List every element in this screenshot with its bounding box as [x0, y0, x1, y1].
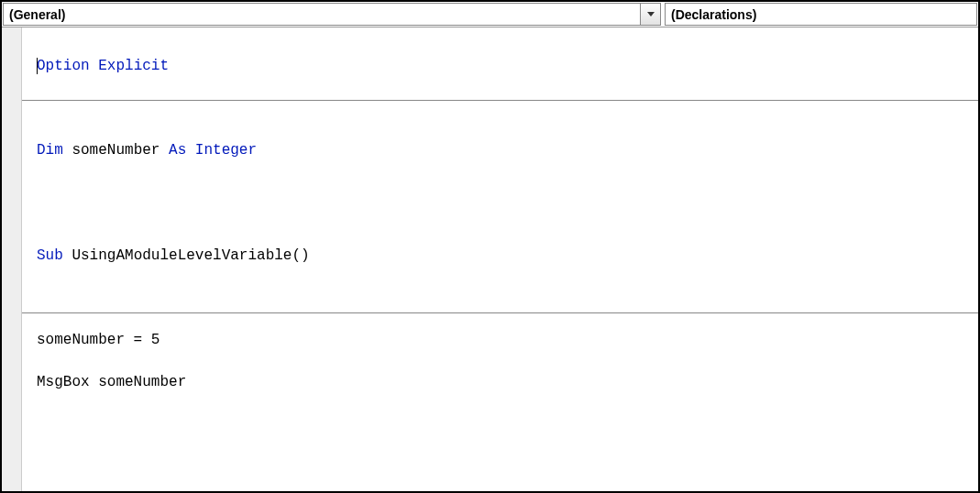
editor-area: Option Explicit Dim someNumber As Intege…	[2, 27, 978, 491]
keyword: As	[169, 142, 186, 159]
procedure-dropdown[interactable]: (Declarations)	[665, 3, 977, 26]
code-text: MsgBox someNumber	[37, 374, 186, 390]
procedure-separator	[22, 312, 978, 313]
object-dropdown-text: (General)	[4, 5, 640, 24]
procedure-dropdown-text: (Declarations)	[666, 5, 976, 24]
code-pane[interactable]: Option Explicit Dim someNumber As Intege…	[22, 27, 978, 491]
keyword: Dim	[37, 142, 63, 159]
keyword: Option	[37, 58, 90, 74]
code-line	[37, 456, 971, 477]
code-line	[37, 414, 971, 435]
code-text: someNumber	[63, 142, 169, 159]
code-line: Option Explicit	[37, 56, 971, 77]
code-line: Dim someNumber As Integer	[37, 140, 971, 161]
code-line: someNumber = 5	[37, 330, 971, 351]
chevron-down-icon	[647, 12, 655, 17]
code-line	[37, 288, 971, 309]
code-text: UsingAModuleLevelVariable()	[63, 247, 310, 264]
dropdown-bar: (General) (Declarations)	[2, 2, 978, 27]
object-dropdown-button[interactable]	[640, 4, 660, 25]
procedure-separator	[22, 100, 978, 101]
code-line: MsgBox someNumber	[37, 372, 971, 393]
code-line	[37, 203, 971, 225]
object-dropdown[interactable]: (General)	[3, 3, 661, 26]
margin-indicator-bar	[2, 27, 22, 491]
code-line	[37, 98, 971, 119]
code-text: someNumber = 5	[37, 332, 160, 348]
code-line: Sub UsingAModuleLevelVariable()	[37, 246, 971, 267]
keyword: Integer	[195, 142, 257, 159]
svg-marker-0	[647, 12, 655, 16]
keyword: Explicit	[98, 58, 169, 74]
keyword: Sub	[37, 247, 63, 264]
